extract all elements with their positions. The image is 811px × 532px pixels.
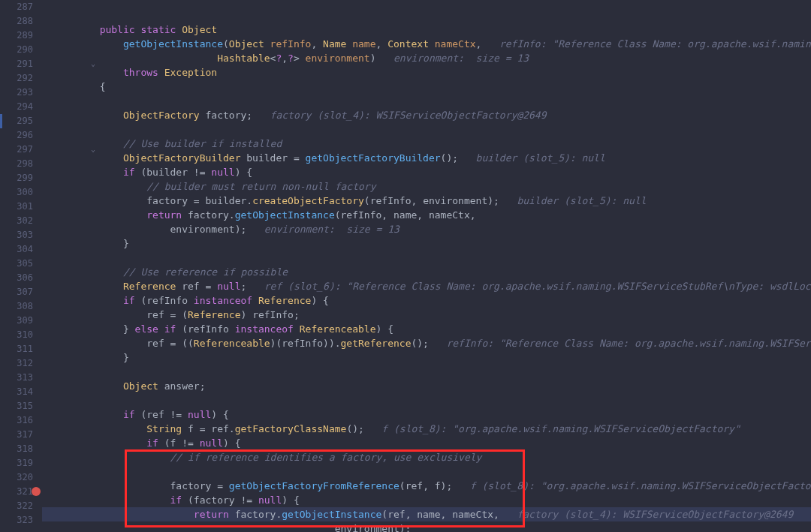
inline-hint: f (slot_8): "org.apache.wsif.naming.WSIF… (381, 423, 740, 434)
code-line[interactable]: } else if (refInfo instanceof Referencea… (42, 322, 811, 336)
punctuation: } (123, 238, 129, 249)
identifier: ref (146, 338, 164, 349)
code-line[interactable] (42, 251, 811, 265)
code-line[interactable]: ObjectFactory factory; factory (slot_4):… (42, 108, 811, 122)
punctuation: = ( (164, 309, 188, 320)
line-number[interactable]: 292 (0, 71, 42, 86)
code-line[interactable]: ref = ((Referenceable)(refInfo)).getRefe… (42, 336, 811, 350)
punctuation: . (246, 195, 252, 206)
line-number[interactable]: 290 (0, 43, 42, 57)
line-number[interactable]: 294 (0, 100, 42, 114)
code-line[interactable]: factory = builder.createObjectFactory(re… (42, 194, 811, 208)
breakpoint-icon[interactable] (32, 487, 41, 496)
code-line[interactable]: public static Object (42, 23, 811, 37)
line-number[interactable]: 291 (0, 57, 42, 71)
line-number[interactable]: 320 (0, 470, 42, 485)
fold-icon[interactable]: ⌄ (89, 60, 97, 68)
code-line[interactable]: environment); environment: size = 13 (42, 222, 811, 236)
line-number[interactable]: 310 (0, 328, 42, 342)
type-name: Reference (123, 281, 176, 292)
code-line[interactable]: if (ref != null) { (42, 407, 811, 422)
line-number[interactable]: 287 (0, 0, 42, 14)
code-line[interactable] (42, 464, 811, 479)
code-line[interactable]: if (factory != null) { (42, 493, 811, 507)
code-line[interactable] (42, 393, 811, 407)
line-number[interactable]: 288 (0, 14, 42, 29)
code-line[interactable]: return factory.getObjectInstance(refInfo… (42, 208, 811, 222)
code-line[interactable]: } (42, 350, 811, 365)
line-number[interactable]: 298 (0, 157, 42, 171)
type-name: Referenceable (300, 323, 376, 335)
line-number[interactable]: 308 (0, 299, 42, 314)
line-number[interactable]: 319 (0, 456, 42, 470)
line-number[interactable]: 322 (0, 499, 42, 513)
code-line[interactable]: if (refInfo instanceof Reference) { (42, 293, 811, 308)
line-number[interactable]: 313 (0, 371, 42, 385)
punctuation: ) { (223, 437, 240, 449)
code-line[interactable]: // if reference identifies a factory, us… (42, 450, 811, 464)
punctuation: ( (164, 437, 170, 449)
punctuation: ( (188, 494, 194, 506)
code-line[interactable] (42, 122, 811, 137)
line-number[interactable]: 312 (0, 356, 42, 371)
code-line[interactable]: if (f != null) { (42, 436, 811, 450)
line-number[interactable]: 304 (0, 242, 42, 257)
line-number[interactable]: 318 (0, 442, 42, 456)
code-line[interactable]: getObjectInstance(Object refInfo, Name n… (42, 37, 811, 51)
code-line[interactable]: Object answer; (42, 379, 811, 393)
code-line[interactable] (42, 365, 811, 379)
line-number[interactable]: 314 (0, 385, 42, 399)
line-number[interactable]: 293 (0, 86, 42, 100)
line-number[interactable]: 295 (0, 114, 42, 128)
keyword: if (123, 167, 135, 178)
line-number[interactable]: 289 (0, 29, 42, 43)
line-number[interactable]: 301 (0, 200, 42, 214)
code-line[interactable]: // Use builder if installed (42, 137, 811, 151)
code-line[interactable]: Reference ref = null; ref (slot_6): "Ref… (42, 279, 811, 293)
line-number[interactable]: 296 (0, 128, 42, 143)
code-line[interactable]: Hashtable<?,?> environment) environment:… (42, 51, 811, 65)
keyword: if (123, 409, 135, 420)
punctuation: , (406, 509, 418, 520)
line-number[interactable]: 315 (0, 399, 42, 413)
line-number[interactable]: 307 (0, 285, 42, 299)
code-line[interactable]: String f = ref.getFactoryClassName(); f … (42, 422, 811, 436)
code-line[interactable]: // builder must return non-null factory (42, 179, 811, 194)
identifier: f (170, 437, 176, 449)
identifier: f (435, 480, 441, 491)
line-number[interactable]: 303 (0, 228, 42, 242)
code-line[interactable]: return factory.getObjectInstance(ref, na… (42, 507, 811, 521)
code-line[interactable]: throws Exception (42, 65, 811, 80)
punctuation: (); (411, 338, 446, 349)
gutter[interactable]: 2872882892902912922932942952962972982993… (0, 0, 42, 532)
fold-icon[interactable]: ⌄ (89, 146, 97, 153)
line-number[interactable]: 297 (0, 143, 42, 157)
punctuation: ) { (311, 295, 328, 306)
code-line[interactable]: factory = getObjectFactoryFromReference(… (42, 479, 811, 493)
code-line[interactable]: ref = (Reference) refInfo; (42, 308, 811, 322)
line-number[interactable]: 302 (0, 214, 42, 228)
line-number[interactable]: 299 (0, 171, 42, 185)
code-line[interactable]: ObjectFactoryBuilder builder = getObject… (42, 151, 811, 165)
code-editor[interactable]: 2872882892902912922932942952962972982993… (0, 0, 811, 532)
line-number[interactable]: 300 (0, 185, 42, 200)
code-area[interactable]: public static Object getObjectInstance(O… (42, 0, 811, 532)
code-line[interactable] (42, 94, 811, 108)
punctuation: , (376, 38, 388, 50)
code-line[interactable]: } (42, 236, 811, 251)
type-name: ObjectFactoryBuilder (123, 152, 241, 164)
line-number[interactable]: 316 (0, 413, 42, 428)
code-line[interactable]: { (42, 80, 811, 94)
punctuation: ( (335, 209, 341, 221)
line-number[interactable]: 317 (0, 428, 42, 442)
punctuation: ) { (282, 494, 299, 506)
parameter: environment (306, 53, 370, 64)
code-line[interactable]: if (builder != null) { (42, 165, 811, 179)
line-number[interactable]: 306 (0, 271, 42, 285)
code-line[interactable]: environment); (42, 521, 811, 532)
line-number[interactable]: 311 (0, 342, 42, 356)
line-number[interactable]: 309 (0, 314, 42, 328)
line-number[interactable]: 305 (0, 257, 42, 271)
code-line[interactable]: // Use reference if possible (42, 265, 811, 279)
line-number[interactable]: 323 (0, 513, 42, 527)
